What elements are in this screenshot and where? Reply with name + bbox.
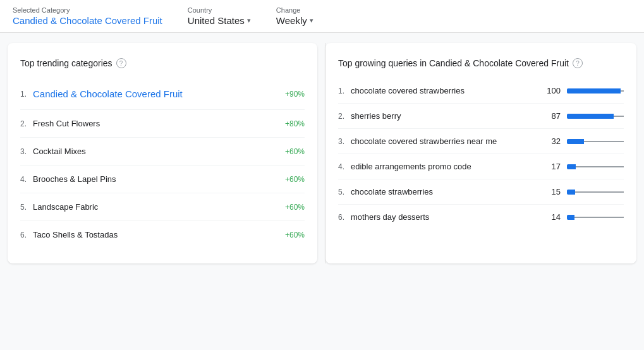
trend-rank: 4. xyxy=(20,175,30,184)
query-rank: 5. xyxy=(338,188,348,196)
trending-title-text: Top trending categories xyxy=(20,58,112,68)
query-bar xyxy=(567,164,624,169)
query-bar xyxy=(567,139,624,144)
country-field: Country United States ▾ xyxy=(188,6,251,26)
change-field: Change Weekly ▾ xyxy=(276,6,313,26)
query-score: 87 xyxy=(540,111,561,121)
trend-item: 3. Cocktail Mixes +60% xyxy=(20,138,305,166)
query-name: sherries berry xyxy=(351,111,540,121)
bar-remaining xyxy=(614,116,624,117)
selected-category-field: Selected Category Candied & Chocolate Co… xyxy=(13,6,162,26)
trend-list: 1. Candied & Chocolate Covered Fruit +90… xyxy=(20,78,305,248)
query-rank: 4. xyxy=(338,162,348,171)
trend-item: 4. Brooches & Lapel Pins +60% xyxy=(20,166,305,193)
query-item: 5. chocolate strawberries 15 xyxy=(338,179,624,205)
country-label: Country xyxy=(188,6,251,14)
trend-name: Fresh Cut Flowers xyxy=(33,119,280,128)
trending-categories-card: Top trending categories ? 1. Candied & C… xyxy=(8,43,317,263)
query-item: 3. chocolate covered strawberries near m… xyxy=(338,129,624,154)
query-score: 32 xyxy=(540,136,561,146)
country-dropdown[interactable]: United States ▾ xyxy=(188,15,251,26)
change-label: Change xyxy=(276,6,313,14)
bar-remaining xyxy=(575,191,624,193)
trend-change: +60% xyxy=(285,147,305,156)
query-name: mothers day desserts xyxy=(351,212,540,222)
change-value: Weekly xyxy=(276,15,307,26)
header: Selected Category Candied & Chocolate Co… xyxy=(0,0,644,33)
trending-info-icon[interactable]: ? xyxy=(116,58,126,68)
trend-name: Cocktail Mixes xyxy=(33,147,280,156)
query-score: 15 xyxy=(540,187,561,196)
query-list: 1. chocolate covered strawberries 100 2.… xyxy=(338,78,624,229)
growing-queries-card: Top growing queries in Candied & Chocola… xyxy=(325,43,636,263)
query-bar xyxy=(567,215,624,220)
queries-info-icon[interactable]: ? xyxy=(573,58,583,68)
query-score: 100 xyxy=(540,86,561,95)
bar-fill xyxy=(567,88,621,94)
trend-rank: 2. xyxy=(20,119,30,128)
bar-fill xyxy=(567,190,575,195)
queries-title-text: Top growing queries in Candied & Chocola… xyxy=(338,58,569,68)
selected-category-value: Candied & Chocolate Covered Fruit xyxy=(13,15,162,26)
main-content: Top trending categories ? 1. Candied & C… xyxy=(0,33,644,274)
bar-fill xyxy=(567,139,584,144)
query-name: chocolate covered strawberries near me xyxy=(351,136,540,146)
change-chevron-icon: ▾ xyxy=(310,16,313,25)
change-dropdown[interactable]: Weekly ▾ xyxy=(276,15,313,26)
trend-change: +60% xyxy=(285,203,305,212)
trending-title: Top trending categories ? xyxy=(20,58,305,68)
trend-item: 5. Landscape Fabric +60% xyxy=(20,193,305,221)
trend-rank: 1. xyxy=(20,90,30,99)
trend-item: 2. Fresh Cut Flowers +80% xyxy=(20,110,305,138)
trend-change: +90% xyxy=(285,90,305,99)
query-item: 2. sherries berry 87 xyxy=(338,104,624,129)
trend-item: 1. Candied & Chocolate Covered Fruit +90… xyxy=(20,78,305,110)
query-score: 14 xyxy=(540,212,561,222)
query-bar xyxy=(567,88,624,94)
trend-change: +60% xyxy=(285,175,305,184)
bar-fill xyxy=(567,114,614,119)
bar-remaining xyxy=(584,141,624,142)
trend-name[interactable]: Candied & Chocolate Covered Fruit xyxy=(33,88,280,99)
query-item: 6. mothers day desserts 14 xyxy=(338,205,624,229)
query-item: 4. edible arrangements promo code 17 xyxy=(338,154,624,179)
bar-fill xyxy=(567,215,574,220)
query-bar xyxy=(567,190,624,195)
trend-rank: 5. xyxy=(20,203,30,212)
selected-category-label: Selected Category xyxy=(13,6,162,14)
bar-remaining xyxy=(576,166,624,167)
trend-item: 6. Taco Shells & Tostadas +60% xyxy=(20,221,305,248)
query-name: chocolate covered strawberries xyxy=(351,86,540,95)
queries-title: Top growing queries in Candied & Chocola… xyxy=(338,58,624,68)
bar-fill xyxy=(567,164,576,169)
country-value: United States xyxy=(188,15,245,26)
trend-rank: 3. xyxy=(20,147,30,156)
query-name: chocolate strawberries xyxy=(351,187,540,196)
country-chevron-icon: ▾ xyxy=(247,16,251,25)
query-name: edible arrangements promo code xyxy=(351,162,540,171)
trend-change: +60% xyxy=(285,231,305,239)
trend-rank: 6. xyxy=(20,231,30,239)
query-item: 1. chocolate covered strawberries 100 xyxy=(338,78,624,104)
query-rank: 6. xyxy=(338,213,348,222)
bar-remaining xyxy=(621,90,624,92)
query-rank: 1. xyxy=(338,87,348,95)
bar-remaining xyxy=(574,217,624,218)
trend-change: +80% xyxy=(285,119,305,128)
query-rank: 2. xyxy=(338,112,348,121)
trend-name: Taco Shells & Tostadas xyxy=(33,230,280,239)
query-bar xyxy=(567,114,624,119)
trend-name: Landscape Fabric xyxy=(33,202,280,212)
trend-name: Brooches & Lapel Pins xyxy=(33,174,280,184)
query-score: 17 xyxy=(540,162,561,171)
query-rank: 3. xyxy=(338,137,348,146)
